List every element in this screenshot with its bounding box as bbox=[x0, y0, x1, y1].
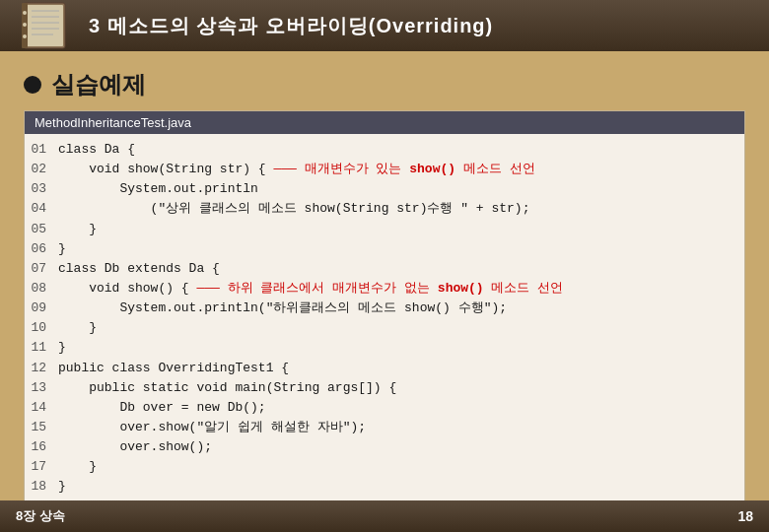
line-code: class Da { bbox=[58, 140, 740, 160]
svg-point-8 bbox=[23, 11, 27, 15]
code-filename: MethodInheritanceTest.java bbox=[25, 111, 744, 134]
svg-point-10 bbox=[23, 34, 27, 38]
line-code: ("상위 클래스의 메소드 show(String str)수행 " + str… bbox=[58, 199, 740, 219]
line-code: void show(String str) { ——— 매개변수가 있는 sho… bbox=[58, 160, 740, 179]
line-code: public static void main(String args[]) { bbox=[58, 378, 740, 398]
line-code: public class OverridingTest1 { bbox=[58, 359, 740, 378]
line-num: 03 bbox=[29, 179, 58, 199]
code-line: 08 void show() { ——— 하위 클래스에서 매개변수가 없는 s… bbox=[29, 279, 740, 299]
code-line: 18 } bbox=[29, 477, 740, 497]
footer: 8장 상속 18 bbox=[0, 500, 769, 532]
code-line: 03 System.out.println bbox=[29, 179, 740, 199]
line-code: class Db extends Da { bbox=[58, 259, 740, 279]
code-line: 02 void show(String str) { ——— 매개변수가 있는 … bbox=[29, 160, 740, 179]
bullet-icon bbox=[24, 76, 41, 94]
line-code: } bbox=[58, 220, 740, 239]
code-line: 12 public class OverridingTest1 { bbox=[29, 359, 740, 378]
code-line: 07 class Db extends Da { bbox=[29, 259, 740, 279]
code-line: 04 ("상위 클래스의 메소드 show(String str)수행 " + … bbox=[29, 199, 740, 219]
code-line: 05 } bbox=[29, 220, 740, 239]
line-num: 02 bbox=[29, 160, 58, 179]
code-content: 01 class Da { 02 void show(String str) {… bbox=[25, 134, 744, 503]
line-num: 10 bbox=[29, 318, 58, 338]
line-num: 04 bbox=[29, 199, 58, 219]
footer-page: 18 bbox=[737, 508, 753, 524]
line-code: void show() { ——— 하위 클래스에서 매개변수가 없는 show… bbox=[58, 279, 740, 299]
notebook-icon bbox=[16, 1, 75, 50]
line-num: 14 bbox=[29, 398, 58, 418]
code-line: 10 } bbox=[29, 318, 740, 338]
svg-point-9 bbox=[23, 23, 27, 27]
line-code: System.out.println bbox=[58, 179, 740, 199]
main-content: 실습예제 MethodInheritanceTest.java 01 class… bbox=[0, 51, 769, 504]
code-line: 09 System.out.println("하위클래스의 메소드 show()… bbox=[29, 299, 740, 318]
line-num: 16 bbox=[29, 437, 58, 457]
code-line: 14 Db over = new Db(); bbox=[29, 398, 740, 418]
footer-chapter: 8장 상속 bbox=[16, 507, 65, 525]
header: 3 메소드의 상속과 오버라이딩(Overriding) bbox=[0, 0, 769, 51]
line-num: 01 bbox=[29, 140, 58, 160]
line-num: 07 bbox=[29, 259, 58, 279]
line-num: 15 bbox=[29, 418, 58, 437]
line-code: } bbox=[58, 457, 740, 477]
header-title: 3 메소드의 상속과 오버라이딩(Overriding) bbox=[89, 13, 493, 39]
code-line: 01 class Da { bbox=[29, 140, 740, 160]
code-line: 17 } bbox=[29, 457, 740, 477]
line-num: 13 bbox=[29, 378, 58, 398]
line-num: 05 bbox=[29, 220, 58, 239]
line-code: Db over = new Db(); bbox=[58, 398, 740, 418]
section-title: 실습예제 bbox=[51, 69, 146, 100]
line-code: } bbox=[58, 318, 740, 338]
line-code: } bbox=[58, 338, 740, 358]
line-num: 06 bbox=[29, 239, 58, 259]
line-num: 18 bbox=[29, 477, 58, 497]
code-line: 11 } bbox=[29, 338, 740, 358]
line-num: 09 bbox=[29, 299, 58, 318]
line-num: 11 bbox=[29, 338, 58, 358]
line-code: } bbox=[58, 239, 740, 259]
line-num: 12 bbox=[29, 359, 58, 378]
code-line: 13 public static void main(String args[]… bbox=[29, 378, 740, 398]
code-line: 16 over.show(); bbox=[29, 437, 740, 457]
section-heading: 실습예제 bbox=[24, 69, 745, 100]
line-code: System.out.println("하위클래스의 메소드 show() 수행… bbox=[58, 299, 740, 318]
code-line: 06 } bbox=[29, 239, 740, 259]
line-code: over.show("알기 쉽게 해설한 자바"); bbox=[58, 418, 740, 437]
line-num: 08 bbox=[29, 279, 58, 299]
line-num: 17 bbox=[29, 457, 58, 477]
line-code: over.show(); bbox=[58, 437, 740, 457]
code-box: MethodInheritanceTest.java 01 class Da {… bbox=[24, 110, 745, 504]
line-code: } bbox=[58, 477, 740, 497]
code-line: 15 over.show("알기 쉽게 해설한 자바"); bbox=[29, 418, 740, 437]
